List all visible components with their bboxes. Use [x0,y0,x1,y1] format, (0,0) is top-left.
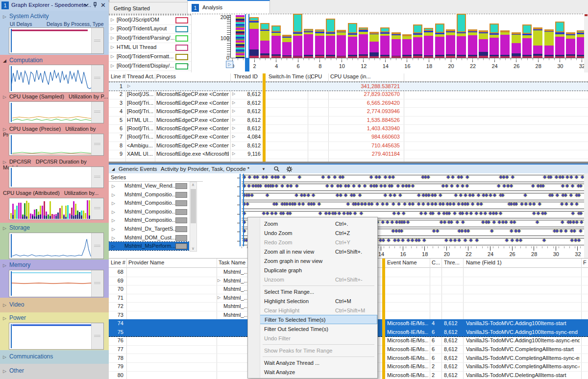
chart-scrollbar[interactable] [584,14,588,72]
expander-icon[interactable]: ▷ [112,236,115,240]
expander-icon[interactable]: ▷ [232,109,235,113]
col-process[interactable]: Process [156,73,176,79]
section-header-power[interactable]: ▷Power [3,314,26,321]
expander-icon[interactable]: ▷ [3,226,6,231]
legend-row[interactable]: ▷HTML UI Thread [109,43,191,52]
cpu-attributed-thumbnail[interactable] [9,198,104,220]
expander-icon[interactable]: ▷ [218,278,220,283]
expander-icon[interactable]: ▷ [112,244,115,249]
menu-item-undo-zoom[interactable]: Undo ZoomCtrl+Z [248,228,377,237]
menu-item-zoom-graph-new-view[interactable]: Zoom graph in new view [248,256,377,265]
chevron-down-icon[interactable] [83,2,89,9]
selection-line-right[interactable] [243,174,244,246]
scroll-down-icon[interactable]: ∨ [186,63,190,68]
legend-row[interactable]: ▷[Root]/Trident/Display/... [109,61,191,71]
table-row[interactable]: 5HTML UI...MicrosoftEdgeCP.exe <Content.… [109,116,588,125]
expander-icon[interactable]: ▷ [232,134,235,139]
expander-icon[interactable]: ▷ [3,263,6,268]
expander-icon[interactable]: ▷ [3,127,6,132]
expand-axis-button[interactable]: ▷ [226,61,233,68]
expander-icon[interactable]: ▷ [112,201,115,206]
selection-line-left[interactable] [245,14,246,58]
expander-icon[interactable]: ▷ [232,143,235,147]
series-scrollbar[interactable]: ∧ ∨ [190,182,197,252]
preset-selector[interactable]: Activity by Provider, Task, Opcode * [161,166,249,172]
section-header-communications[interactable]: ▷Communications [3,353,53,360]
table-row[interactable]: 6[Root]/Tri...MicrosoftEdgeCP.exe <Conte… [109,124,588,133]
expander-icon[interactable]: ▷ [3,95,6,99]
series-row[interactable]: ▷Mshtml_Dx_TargetS... [109,225,189,233]
col-thread-id[interactable]: Thread ID [234,73,258,79]
series-row[interactable]: ▷Mshtml_Compositio... [109,199,189,207]
menu-item-filter-to-selected-times[interactable]: Filter To Selected Time(s) [248,315,377,324]
legend-row[interactable]: ▷<Ambiguous>, ? [Root] [109,71,191,72]
table-row[interactable]: 8<Ambigu...MicrosoftEdgeCP.exe <Content.… [109,142,588,150]
expander-icon[interactable]: ▷ [232,151,235,156]
col-f[interactable]: F [583,260,587,265]
expander-icon[interactable]: ▷ [3,316,6,321]
close-icon[interactable]: ✕ [100,1,106,9]
expander-icon[interactable]: ▷ [112,218,115,223]
menu-item-select-time-range[interactable]: Select Time Range... [248,287,377,296]
expander-icon[interactable]: ▷ [111,63,114,68]
gear-icon[interactable] [286,166,293,173]
col-cpu-usage[interactable]: CPU Usage (in... [330,73,371,79]
menu-item-filter-out-selected-times[interactable]: Filter Out Selected Time(s) [248,324,377,333]
col-event-name[interactable]: Event Name [387,260,417,265]
menu-item-zoom[interactable]: ZoomCtrl+. [248,219,377,228]
table-row[interactable]: 7[Root]/Tri...MicrosoftEdgeCP.exe <Conte… [109,133,588,142]
col-cpu[interactable]: CPU [311,73,322,79]
scroll-up-icon[interactable]: ∧ [192,183,195,187]
col-provider-name[interactable]: Provider Name [128,260,164,265]
memory-thumbnail[interactable] [9,270,104,297]
expander-icon[interactable]: ▷ [232,126,235,130]
col-name-field1[interactable]: Name (Field 1) [466,260,502,265]
expander-icon[interactable]: ▷ [111,17,114,22]
legend-row[interactable]: ▷[Root]/Trident/Formatt... [109,52,191,62]
table-row[interactable]: 3[Root]/Tri...MicrosoftEdgeCP.exe <Conte… [109,99,588,108]
compressed-bar-stack[interactable] [236,15,245,58]
collapse-panel-icon[interactable]: ◢ [112,167,115,171]
selection-handle[interactable] [245,58,249,71]
tab-getting-started[interactable]: Getting Started [109,2,192,14]
dpc-isr-thumbnail[interactable] [9,166,104,188]
expander-icon[interactable]: ▷ [111,35,114,40]
preset-dropdown-icon[interactable]: ▼ [262,167,266,171]
expander-icon[interactable]: ▷ [218,295,220,300]
ui-delays-thumbnail[interactable] [9,27,104,54]
tab-analysis[interactable]: 1 Analysis [187,0,270,15]
expander-icon[interactable]: ▷ [3,14,6,19]
expander-icon[interactable]: ▷ [112,192,115,197]
table-row[interactable]: 9XAML UI...MicrosoftEdge.exe <MicrosoftE… [109,150,588,159]
power-thumbnail[interactable] [9,323,104,350]
menu-item-wait-analyze[interactable]: Wait Analyze [248,367,377,377]
menu-item-wait-analyze-thread[interactable]: Wait Analyze Thread ... [248,358,377,367]
expander-icon[interactable]: ▷ [127,84,130,88]
expander-icon[interactable]: ▷ [3,369,6,374]
graph-cpu-sampled[interactable]: ▷CPU Usage (Sampled) Utilization by P... [3,94,108,99]
section-header-other[interactable]: ▷Other [3,367,24,374]
series-row[interactable]: ▷Mshtml_Compositio... [109,216,189,224]
col-task-name[interactable]: Task Name [219,260,245,265]
col-line[interactable]: Line # [111,73,125,79]
series-row[interactable]: ▷Mshtml_Compositio... [109,208,189,216]
expander-icon[interactable]: ▷ [112,210,115,214]
events-scrollbar[interactable] [584,173,588,258]
series-row[interactable]: ▷Mshtml_DOM_Cust... [109,234,189,242]
expander-icon[interactable]: ▷ [3,355,6,359]
cpu-sampled-thumbnail[interactable] [9,101,104,123]
section-header-memory[interactable]: ▷Memory [3,261,30,268]
expander-icon[interactable]: ▷ [3,160,6,165]
computation-thumbnail[interactable] [9,65,104,93]
expander-icon[interactable]: ▷ [112,227,115,232]
col-count[interactable]: C... [432,260,440,265]
scroll-down-icon[interactable]: ∨ [192,246,195,251]
expander-icon[interactable]: ▷ [111,54,114,59]
graph-explorer-titlebar[interactable]: 1 Graph Explorer - Speedomete... ✕ [0,0,109,11]
storage-thumbnail[interactable] [9,233,104,259]
table-row[interactable]: 2[Root]/JS...MicrosoftEdgeCP.exe <Conten… [109,90,588,99]
menu-item-highlight-selection[interactable]: Highlight SelectionCtrl+M [248,296,377,306]
menu-item-zoom-all-new-view[interactable]: Zoom all in new viewCtrl+Shift+. [248,247,377,256]
pin-icon[interactable] [92,2,98,9]
expander-icon[interactable]: ▷ [111,45,114,49]
